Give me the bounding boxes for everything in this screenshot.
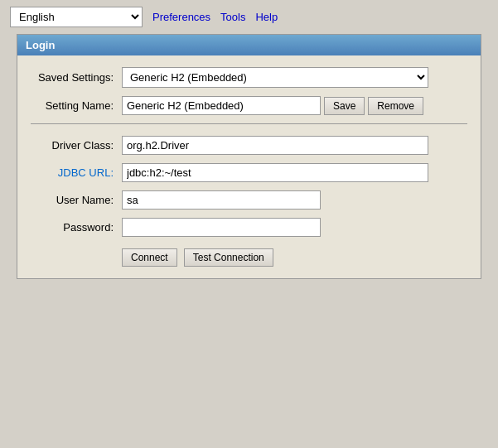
setting-name-row: Setting Name: Save Remove bbox=[31, 96, 467, 115]
driver-class-input[interactable] bbox=[122, 136, 428, 155]
password-row: Password: bbox=[31, 218, 467, 237]
driver-class-row: Driver Class: bbox=[31, 136, 467, 155]
login-body: Saved Settings: Generic H2 (Embedded) Ge… bbox=[17, 55, 481, 278]
saved-settings-row: Saved Settings: Generic H2 (Embedded) Ge… bbox=[31, 67, 467, 88]
login-header: Login bbox=[17, 35, 481, 55]
connect-buttons: Connect Test Connection bbox=[122, 248, 467, 267]
connect-button[interactable]: Connect bbox=[122, 248, 177, 267]
preferences-menu[interactable]: Preferences bbox=[149, 9, 214, 25]
user-name-row: User Name: bbox=[31, 190, 467, 210]
jdbc-url-row: JDBC URL: bbox=[31, 163, 467, 182]
login-panel: Login Saved Settings: Generic H2 (Embedd… bbox=[17, 34, 481, 279]
save-button[interactable]: Save bbox=[324, 97, 365, 115]
driver-class-label: Driver Class: bbox=[31, 139, 122, 152]
password-input[interactable] bbox=[122, 218, 321, 237]
user-name-label: User Name: bbox=[31, 194, 122, 206]
setting-name-input[interactable] bbox=[122, 96, 321, 115]
help-menu[interactable]: Help bbox=[252, 9, 281, 25]
settings-buttons: Save Remove bbox=[324, 97, 423, 115]
tools-menu[interactable]: Tools bbox=[217, 9, 249, 25]
login-title: Login bbox=[26, 39, 55, 51]
jdbc-url-input[interactable] bbox=[122, 163, 428, 182]
user-name-input[interactable] bbox=[122, 190, 321, 210]
setting-name-label: Setting Name: bbox=[31, 99, 122, 112]
password-label: Password: bbox=[31, 221, 122, 234]
saved-settings-label: Saved Settings: bbox=[31, 71, 122, 84]
top-bar: English German French Spanish Preference… bbox=[0, 0, 498, 34]
saved-settings-select[interactable]: Generic H2 (Embedded) Generic H2 (Server… bbox=[122, 67, 428, 88]
test-connection-button[interactable]: Test Connection bbox=[184, 248, 273, 267]
jdbc-url-label: JDBC URL: bbox=[31, 166, 122, 179]
menu-bar: Preferences Tools Help bbox=[149, 9, 281, 25]
remove-button[interactable]: Remove bbox=[368, 97, 423, 115]
divider bbox=[31, 123, 467, 124]
language-select[interactable]: English German French Spanish bbox=[10, 7, 143, 27]
